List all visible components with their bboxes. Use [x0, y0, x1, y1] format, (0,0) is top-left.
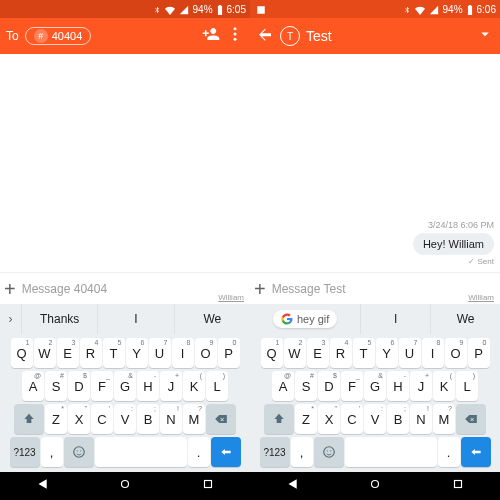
key-L[interactable]: L)	[206, 371, 228, 401]
key-D[interactable]: D$	[318, 371, 340, 401]
key-U[interactable]: U7	[149, 338, 171, 368]
attach-button[interactable]: +	[254, 279, 266, 299]
key-R[interactable]: R4	[80, 338, 102, 368]
message-input[interactable]: Message 40404	[22, 282, 246, 296]
conversation-area[interactable]: 3/24/18 6:06 PM Hey! William ✓ Sent	[250, 54, 500, 272]
key-O[interactable]: O9	[445, 338, 467, 368]
wifi-icon	[415, 3, 425, 14]
key-M[interactable]: M?	[433, 404, 455, 434]
key-G[interactable]: G&	[114, 371, 136, 401]
key-V[interactable]: V:	[114, 404, 136, 434]
nav-back[interactable]	[285, 477, 299, 495]
battery-icon	[467, 3, 473, 14]
key-Z[interactable]: Z*	[295, 404, 317, 434]
key-J[interactable]: J+	[160, 371, 182, 401]
comma-key[interactable]: ,	[41, 437, 63, 467]
nav-back[interactable]	[35, 477, 49, 495]
key-R[interactable]: R4	[330, 338, 352, 368]
period-key[interactable]: .	[438, 437, 460, 467]
key-O[interactable]: O9	[195, 338, 217, 368]
comma-key[interactable]: ,	[291, 437, 313, 467]
nav-recent[interactable]	[451, 477, 465, 495]
shift-key[interactable]	[14, 404, 44, 434]
key-A[interactable]: A@	[272, 371, 294, 401]
key-N[interactable]: N!	[160, 404, 182, 434]
key-W[interactable]: W2	[34, 338, 56, 368]
enter-key[interactable]	[211, 437, 241, 467]
key-Y[interactable]: Y6	[126, 338, 148, 368]
key-A[interactable]: A@	[22, 371, 44, 401]
key-T[interactable]: T5	[103, 338, 125, 368]
left-pane: 94% 6:05 To # 40404 + Message 40404 Will…	[0, 0, 250, 500]
hash-icon: #	[34, 29, 48, 43]
key-E[interactable]: E3	[307, 338, 329, 368]
key-S[interactable]: S#	[45, 371, 67, 401]
key-K[interactable]: K(	[433, 371, 455, 401]
google-search-chip[interactable]: hey gif	[250, 304, 361, 334]
more-icon[interactable]	[226, 25, 244, 47]
avatar[interactable]: T	[280, 26, 300, 46]
expand-suggestions[interactable]: ›	[0, 304, 22, 334]
key-Q[interactable]: Q1	[261, 338, 283, 368]
add-contact-icon[interactable]	[202, 25, 220, 47]
key-Y[interactable]: Y6	[376, 338, 398, 368]
key-H[interactable]: H-	[137, 371, 159, 401]
key-C[interactable]: C'	[341, 404, 363, 434]
key-H[interactable]: H-	[387, 371, 409, 401]
nav-recent[interactable]	[201, 477, 215, 495]
key-Q[interactable]: Q1	[11, 338, 33, 368]
key-I[interactable]: I8	[172, 338, 194, 368]
nav-home[interactable]	[368, 477, 382, 495]
key-L[interactable]: L)	[456, 371, 478, 401]
key-N[interactable]: N!	[410, 404, 432, 434]
key-X[interactable]: X"	[68, 404, 90, 434]
key-K[interactable]: K(	[183, 371, 205, 401]
conversation-title: Test	[306, 28, 332, 44]
message-input[interactable]: Message Test	[272, 282, 496, 296]
nav-home[interactable]	[118, 477, 132, 495]
shift-key[interactable]	[264, 404, 294, 434]
key-V[interactable]: V:	[364, 404, 386, 434]
key-S[interactable]: S#	[295, 371, 317, 401]
back-button[interactable]	[256, 25, 274, 47]
attach-button[interactable]: +	[4, 279, 16, 299]
emoji-key[interactable]	[314, 437, 344, 467]
key-E[interactable]: E3	[57, 338, 79, 368]
key-U[interactable]: U7	[399, 338, 421, 368]
key-C[interactable]: C'	[91, 404, 113, 434]
key-F[interactable]: F_	[341, 371, 363, 401]
key-X[interactable]: X"	[318, 404, 340, 434]
suggestion-3[interactable]: We	[175, 304, 250, 334]
key-I[interactable]: I8	[422, 338, 444, 368]
space-key[interactable]	[95, 437, 187, 467]
suggestion-2[interactable]: I	[361, 304, 431, 334]
key-W[interactable]: W2	[284, 338, 306, 368]
symbols-key[interactable]: ?123	[10, 437, 40, 467]
key-P[interactable]: P0	[218, 338, 240, 368]
keyboard: Q1W2E3R4T5Y6U7I8O9P0 A@S#D$F_G&H-J+K(L) …	[0, 334, 250, 472]
recipient-chip[interactable]: # 40404	[25, 27, 92, 45]
key-F[interactable]: F_	[91, 371, 113, 401]
key-D[interactable]: D$	[68, 371, 90, 401]
key-G[interactable]: G&	[364, 371, 386, 401]
symbols-key[interactable]: ?123	[260, 437, 290, 467]
enter-key[interactable]	[461, 437, 491, 467]
suggestion-2[interactable]: I	[98, 304, 174, 334]
clock: 6:06	[477, 4, 496, 15]
suggestion-1[interactable]: Thanks	[22, 304, 98, 334]
key-B[interactable]: B;	[137, 404, 159, 434]
space-key[interactable]	[345, 437, 437, 467]
emoji-key[interactable]	[64, 437, 94, 467]
key-Z[interactable]: Z*	[45, 404, 67, 434]
suggestion-3[interactable]: We	[431, 304, 500, 334]
backspace-key[interactable]	[456, 404, 486, 434]
key-M[interactable]: M?	[183, 404, 205, 434]
period-key[interactable]: .	[188, 437, 210, 467]
message-bubble[interactable]: Hey! William	[413, 233, 494, 255]
backspace-key[interactable]	[206, 404, 236, 434]
key-P[interactable]: P0	[468, 338, 490, 368]
expand-icon[interactable]	[476, 25, 494, 47]
key-T[interactable]: T5	[353, 338, 375, 368]
key-J[interactable]: J+	[410, 371, 432, 401]
key-B[interactable]: B;	[387, 404, 409, 434]
